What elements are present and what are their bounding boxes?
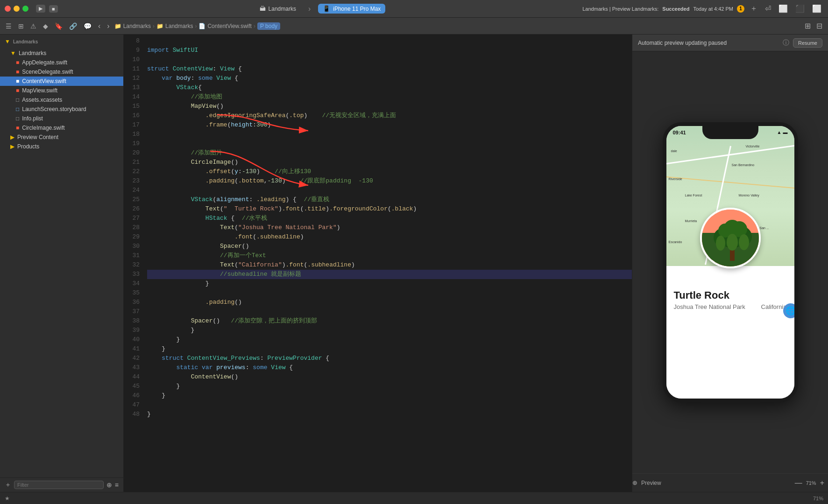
sidebar-toggle-icon[interactable]: ☰ xyxy=(4,21,14,31)
inspector-button[interactable]: ⊟ xyxy=(814,21,824,31)
breadcrumb-sep-3: › xyxy=(254,23,255,29)
code-line-40: } xyxy=(147,335,632,344)
breadcrumb-sep-1: › xyxy=(153,23,155,29)
breadcrumb-landmarks-root[interactable]: Landmarks xyxy=(123,23,151,29)
code-editor: 8 9 10 11 12 13 14 15 16 17 18 19 20 21 … xyxy=(124,35,632,492)
toolbar-icon-bubble[interactable]: 💬 xyxy=(82,21,93,31)
stop-button[interactable]: ■ xyxy=(49,5,58,13)
sidebar-item-preview-content[interactable]: ▶ Preview Content xyxy=(0,133,123,142)
sidebar-item-circleimage[interactable]: ■ CircleImage.swift xyxy=(0,123,123,133)
code-line-36: .padding() xyxy=(147,298,632,307)
nav-forward-button[interactable]: › xyxy=(105,21,111,31)
toolbar-icon-bookmark[interactable]: 🔖 xyxy=(53,21,64,31)
fullscreen-button[interactable] xyxy=(22,6,28,12)
line-num: 30 xyxy=(124,242,140,251)
sidebar-item-products[interactable]: ▶ Products xyxy=(0,142,123,151)
split-horizontal-button[interactable]: ⬛ xyxy=(793,3,807,14)
toolbar-icon-link[interactable]: 🔗 xyxy=(67,21,79,31)
breadcrumb-folder-icon: 📁 xyxy=(114,23,121,29)
line-num: 19 xyxy=(124,139,140,148)
bottom-right: 71% xyxy=(813,496,823,501)
sidebar-item-label: LaunchScreen.storyboard xyxy=(22,106,86,112)
code-line-43: static var previews: some View { xyxy=(147,363,632,372)
sidebar-item-label: CircleImage.swift xyxy=(22,125,64,131)
line-num: 34 xyxy=(124,279,140,288)
line-num: 33 xyxy=(124,270,140,279)
line-num: 20 xyxy=(124,148,140,158)
close-button[interactable] xyxy=(5,6,11,12)
split-vertical-button[interactable]: ⬜ xyxy=(777,3,790,14)
run-button[interactable]: ▶ xyxy=(36,5,45,13)
zoom-level: 71% xyxy=(806,480,816,486)
code-line-9: import SwiftUI xyxy=(147,46,632,55)
root-group-label[interactable]: Landmarks xyxy=(13,39,38,44)
minimize-button[interactable] xyxy=(14,6,20,12)
breadcrumb-landmarks[interactable]: Landmarks xyxy=(165,23,193,29)
add-file-button[interactable]: ＋ xyxy=(5,481,11,489)
device-label: iPhone 11 Pro Max xyxy=(333,6,381,12)
line-num: 13 xyxy=(124,83,140,92)
products-folder-icon: ▶ xyxy=(10,143,14,150)
enter-button[interactable]: ⏎ xyxy=(763,3,773,14)
zoom-in-button[interactable]: + xyxy=(820,479,824,487)
scheme-tab[interactable]: 🏔 Landmarks xyxy=(255,4,301,14)
status-time: Today at 4:42 PM xyxy=(693,6,733,12)
preview-header: Automatic preview updating paused ⓘ Resu… xyxy=(632,35,828,51)
code-line-31: //再加一个Text xyxy=(147,251,632,260)
zoom-out-button[interactable]: — xyxy=(795,479,802,487)
line-num: 17 xyxy=(124,120,140,130)
line-num: 45 xyxy=(124,382,140,391)
line-num: 21 xyxy=(124,158,140,167)
titlebar: ▶ ■ 🏔 Landmarks › 📱 iPhone 11 Pro Max La… xyxy=(0,0,828,18)
add-tab-button[interactable]: ＋ xyxy=(748,3,759,14)
toolbar-icon-warning[interactable]: ⚠ xyxy=(28,21,38,31)
toolbar-icon-diamond[interactable]: ◆ xyxy=(41,21,50,31)
breadcrumb-symbol[interactable]: P body xyxy=(257,22,280,30)
sidebar-item-infoplist[interactable]: □ Info.plist xyxy=(0,114,123,123)
warning-badge[interactable]: 1 xyxy=(737,5,744,13)
nav-back-button[interactable]: ‹ xyxy=(96,21,102,31)
code-content[interactable]: 8 9 10 11 12 13 14 15 16 17 18 19 20 21 … xyxy=(124,35,632,492)
sidebar-item-assets[interactable]: □ Assets.xcassets xyxy=(0,95,123,105)
toolbar-icon-grid[interactable]: ⊞ xyxy=(16,21,26,31)
sidebar-group-landmarks[interactable]: ▼ Landmarks xyxy=(0,49,123,58)
editor-layout-button[interactable]: ⊞ xyxy=(803,21,813,31)
line-num: 29 xyxy=(124,232,140,242)
line-num: 46 xyxy=(124,391,140,400)
line-numbers: 8 9 10 11 12 13 14 15 16 17 18 19 20 21 … xyxy=(124,35,143,492)
battery-icon: ▬ xyxy=(783,130,788,135)
line-num: 28 xyxy=(124,223,140,232)
resume-button[interactable]: Resume xyxy=(793,38,822,48)
line-num: 8 xyxy=(124,36,140,46)
code-line-37 xyxy=(147,307,632,316)
info-icon[interactable]: ⓘ xyxy=(783,39,789,47)
bottom-star-icon: ★ xyxy=(5,495,10,502)
sidebar-item-mapview[interactable]: ■ MapView.swift xyxy=(0,86,123,95)
tab-separator: › xyxy=(308,5,311,13)
device-tab[interactable]: 📱 iPhone 11 Pro Max xyxy=(318,4,385,14)
code-line-19 xyxy=(147,139,632,148)
filter-input[interactable] xyxy=(14,481,104,489)
code-line-18 xyxy=(147,130,632,139)
code-line-21: CircleImage() xyxy=(147,158,632,167)
breadcrumb-file[interactable]: ContentView.swift xyxy=(207,23,252,29)
sidebar-footer: ＋ ⊕ ≡ xyxy=(0,477,123,492)
line-num: 14 xyxy=(124,92,140,102)
sidebar-item-launchscreen[interactable]: □ LaunchScreen.storyboard xyxy=(0,105,123,114)
fullscreen-btn[interactable]: ⬜ xyxy=(810,3,823,14)
code-line-10 xyxy=(147,55,632,64)
toolbar-right: ⊞ ⊟ xyxy=(803,21,824,31)
line-num: 22 xyxy=(124,167,140,176)
sidebar-item-contentview[interactable]: ■ ContentView.swift xyxy=(0,77,123,86)
line-num: 16 xyxy=(124,111,140,120)
filter-options-button[interactable]: ⊕ xyxy=(106,481,112,489)
sidebar-item-scenedelegate[interactable]: ■ SceneDelegate.swift xyxy=(0,67,123,77)
sidebar-item-appdelegate[interactable]: ■ AppDelegate.swift xyxy=(0,58,123,67)
globe-button[interactable]: 🌐 xyxy=(783,303,798,318)
sort-button[interactable]: ≡ xyxy=(115,481,119,489)
line-num: 24 xyxy=(124,186,140,195)
line-num: 27 xyxy=(124,214,140,223)
line-num: 47 xyxy=(124,400,140,410)
code-line-32: Text("California").font(.subheadline) xyxy=(147,260,632,270)
wifi-icon: ▲ xyxy=(777,130,782,135)
